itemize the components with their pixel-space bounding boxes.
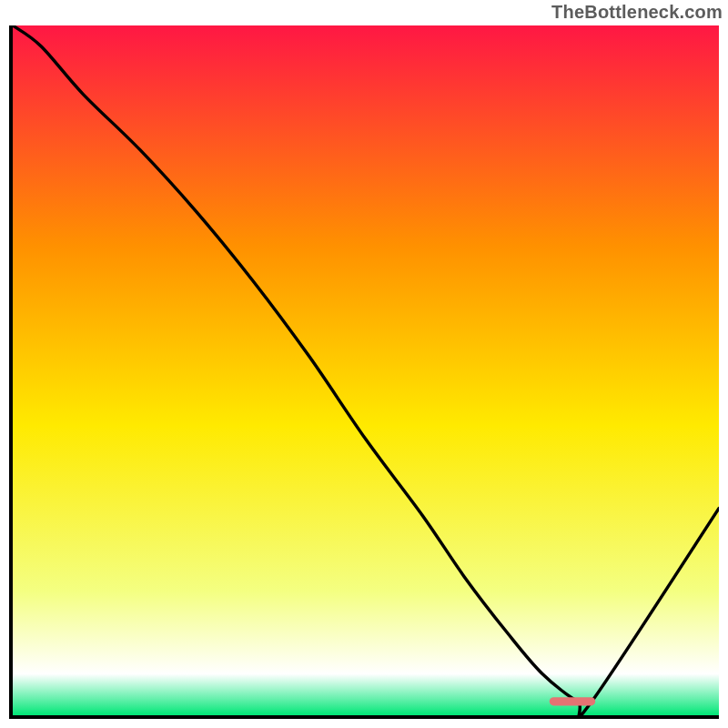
chart-container: TheBottleneck.com [0,0,728,728]
chart-svg [13,25,719,715]
optimal-marker [550,697,595,705]
watermark-text: TheBottleneck.com [551,2,723,23]
